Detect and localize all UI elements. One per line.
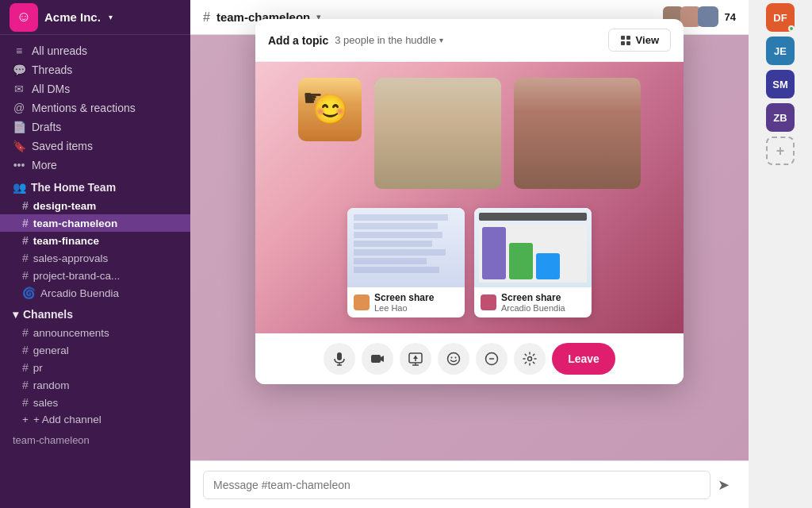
screenshare-avatar-arcadio [481,294,496,310]
mute-button[interactable] [324,343,355,375]
channel-item-design-team[interactable]: # design-team [0,197,190,214]
nav-more[interactable]: ••• More [0,156,190,175]
channel-item-announcements[interactable]: # announcements [0,324,190,341]
online-indicator [788,25,795,32]
avatar-initials: ZB [773,112,787,124]
avatar-sm[interactable]: SM [766,70,795,98]
nav-all-dms[interactable]: ✉ All DMs [0,79,190,98]
channel-item-random[interactable]: # random [0,376,190,394]
camera-icon [370,352,385,366]
hash-icon: # [22,199,29,212]
add-channel-button[interactable]: + + Add channel [0,411,190,428]
design-canvas [479,224,587,283]
channel-item-arcadio[interactable]: 🌀 Arcadio Buendia [0,284,190,302]
workspace-name[interactable]: Acme Inc. [44,10,101,24]
channel-label: announcements [33,327,109,339]
send-button[interactable]: ➤ [710,472,736,498]
screenshare-card-arcadio[interactable]: Screen share Arcadio Buendia [474,208,592,318]
view-label: View [636,34,659,46]
add-topic-label[interactable]: Add a topic [268,34,328,47]
svg-rect-0 [621,36,625,40]
add-icon: + [22,414,29,425]
section-channels[interactable]: ▾ Channels [0,302,190,324]
huddle-people-count[interactable]: 3 people in the huddle ▾ [335,34,443,46]
screenshare-label-lee: Screen share [374,292,434,303]
avatar-je[interactable]: JE [766,37,795,65]
nav-label: All unreads [32,44,87,57]
channel-item-sales-approvals[interactable]: # sales-approvals [0,249,190,267]
screenshare-button[interactable] [400,343,431,375]
cursor-icon: ☛ [303,85,323,111]
message-input[interactable] [203,471,710,499]
design-block [482,227,506,279]
camera-button[interactable] [362,343,393,375]
nav-drafts[interactable]: 📄 Drafts [0,117,190,137]
spreadsheet-row [354,267,439,273]
more-icon: ••• [13,159,25,171]
emoji-button[interactable] [438,343,469,375]
screenshare-preview-1 [347,208,465,287]
app-icon: ☺ [10,3,38,32]
channel-label: sales [33,397,59,409]
screenshare-label-arcadio: Screen share [501,292,565,303]
grid-icon [620,35,631,46]
people-count-text: 3 people in the huddle [335,34,436,46]
avatar-count: 74 [725,11,736,23]
design-block [509,243,533,279]
view-button[interactable]: View [608,29,671,52]
dm-icon: ✉ [13,83,25,95]
screenshare-name-lee: Lee Hao [374,303,434,313]
channel-item-pr[interactable]: # pr [0,359,190,376]
hash-icon: # [22,269,29,282]
hash-icon: # [22,252,29,264]
nav-saved[interactable]: 🔖 Saved items [0,137,190,156]
svg-point-19 [528,357,532,361]
nav-threads[interactable]: 💬 Threads [0,60,190,79]
nav-label: Mentions & reactions [32,102,136,114]
huddle-header: Add a topic 3 people in the huddle ▾ Vie… [255,19,684,62]
leave-button[interactable]: Leave [552,343,615,375]
section-home-team[interactable]: 👥 The Home Team [0,175,190,197]
nav-label: Drafts [32,121,61,133]
screenshare-info-lee: Screen share Lee Hao [374,292,434,313]
screen-icon [408,352,423,366]
participant-avatar-2 [374,78,501,189]
channel-label: team-finance [33,235,99,247]
channel-item-team-chameleon[interactable]: # team-chameleon [0,214,190,232]
add-avatar-button[interactable]: + [766,137,795,165]
sidebar-nav: ≡ All unreads 💬 Threads ✉ All DMs @ Ment… [0,35,190,508]
channel-item-general[interactable]: # general [0,341,190,359]
spreadsheet-row [354,258,427,264]
spreadsheet-row [354,232,442,238]
hash-icon: # [22,217,29,229]
list-icon: ≡ [13,44,25,57]
avatar-zb[interactable]: ZB [766,103,795,132]
avatar-df[interactable]: DF [766,3,795,32]
screenshare-info-arcadio: Screen share Arcadio Buendia [501,292,565,313]
screenshare-footer-lee: Screen share Lee Hao [347,287,465,318]
channel-hash: # [203,10,210,25]
spreadsheet-row [354,223,438,229]
screenshare-card-lee[interactable]: Screen share Lee Hao [347,208,465,318]
mic-icon [332,352,347,366]
avatar-initials: DF [773,12,787,24]
nav-all-unreads[interactable]: ≡ All unreads [0,41,190,60]
add-channel-label: + Add channel [33,414,102,425]
channel-item-sales[interactable]: # sales [0,394,190,411]
settings-button[interactable] [514,343,546,375]
channel-label: pr [33,362,43,374]
screenshare-preview-2 [474,208,592,287]
section-label: Channels [23,308,73,321]
reaction-icon [485,352,499,366]
sidebar: ☺ Acme Inc. ▾ ≡ All unreads 💬 Threads ✉ … [0,0,190,508]
channel-item-team-finance[interactable]: # team-finance [0,232,190,249]
design-toolbar [479,213,587,221]
nav-mentions[interactable]: @ Mentions & reactions [0,98,190,117]
nav-label: Saved items [32,140,93,152]
spreadsheet-row [354,214,448,221]
gear-icon [523,352,537,366]
participant-avatar-3 [514,78,641,189]
channel-item-project-brand[interactable]: # project-brand-ca... [0,267,190,284]
channel-label: team-chameleon [33,217,118,229]
reaction-button[interactable] [476,343,508,375]
